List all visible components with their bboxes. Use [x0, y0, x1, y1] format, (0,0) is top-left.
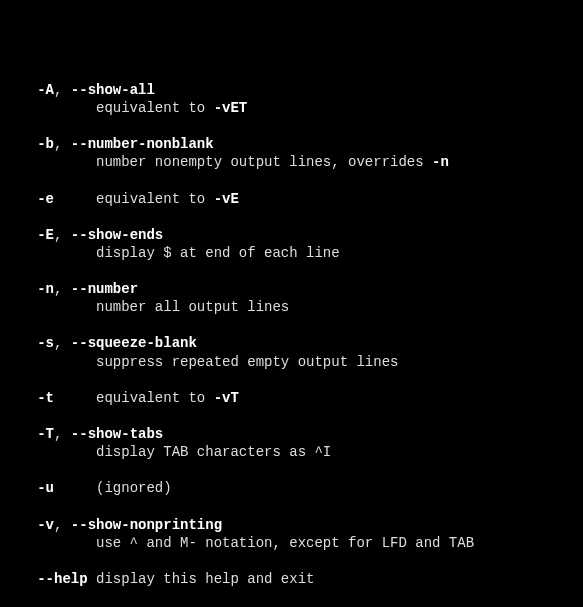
option-desc-line: suppress repeated empty output lines [12, 353, 571, 371]
option-flag-line: -b, --number-nonblank [12, 135, 571, 153]
option-block-5: -s, --squeeze-blank suppress repeated em… [12, 334, 571, 370]
option-block-10: --help display this help and exit [12, 570, 571, 588]
option-desc-line: number nonempty output lines, overrides … [12, 153, 571, 171]
option-flag-line: --help display this help and exit [12, 570, 571, 588]
option-desc-line: equivalent to -vET [12, 99, 571, 117]
option-desc-line: number all output lines [12, 298, 571, 316]
option-flag-line: -e equivalent to -vE [12, 190, 571, 208]
option-desc-line: display TAB characters as ^I [12, 443, 571, 461]
option-flag-line: -u (ignored) [12, 479, 571, 497]
option-flag-line: -n, --number [12, 280, 571, 298]
option-block-8: -u (ignored) [12, 479, 571, 497]
option-flag-line: -A, --show-all [12, 81, 571, 99]
option-block-9: -v, --show-nonprinting use ^ and M- nota… [12, 516, 571, 552]
manpage-content: -A, --show-all equivalent to -vET -b, --… [12, 81, 571, 607]
option-flag-line: -s, --squeeze-blank [12, 334, 571, 352]
option-desc-line: display $ at end of each line [12, 244, 571, 262]
option-flag-line: -t equivalent to -vT [12, 389, 571, 407]
option-block-1: -b, --number-nonblank number nonempty ou… [12, 135, 571, 171]
option-block-7: -T, --show-tabs display TAB characters a… [12, 425, 571, 461]
option-block-6: -t equivalent to -vT [12, 389, 571, 407]
option-flag-line: -v, --show-nonprinting [12, 516, 571, 534]
option-block-0: -A, --show-all equivalent to -vET [12, 81, 571, 117]
option-block-2: -e equivalent to -vE [12, 190, 571, 208]
option-flag-line: -E, --show-ends [12, 226, 571, 244]
option-block-4: -n, --number number all output lines [12, 280, 571, 316]
option-flag-line: -T, --show-tabs [12, 425, 571, 443]
option-block-3: -E, --show-ends display $ at end of each… [12, 226, 571, 262]
option-desc-line: use ^ and M- notation, except for LFD an… [12, 534, 571, 552]
